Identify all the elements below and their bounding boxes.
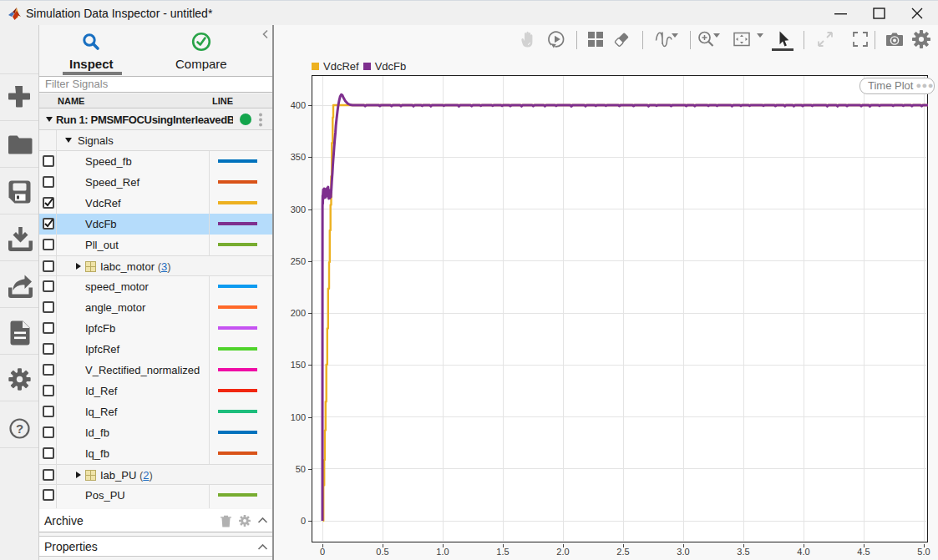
svg-text:?: ? <box>16 421 23 436</box>
